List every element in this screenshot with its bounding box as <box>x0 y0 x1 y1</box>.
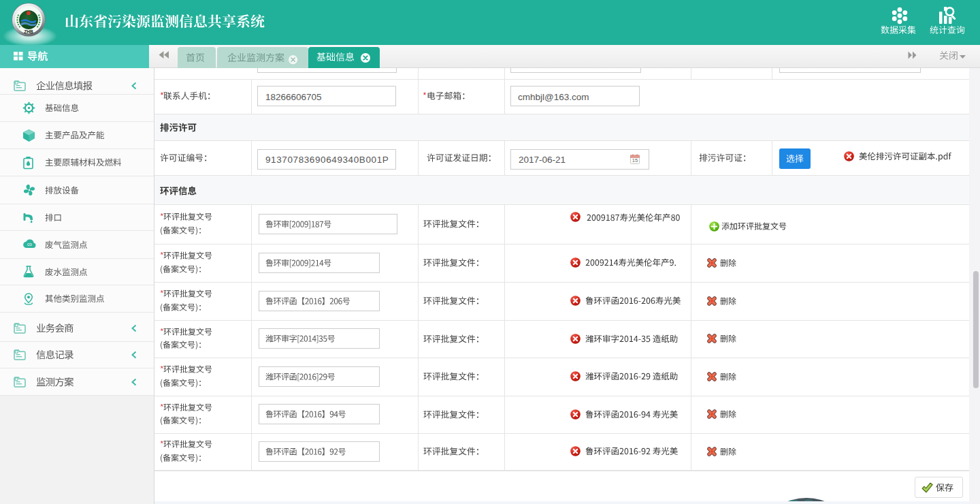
svg-text:ZHB: ZHB <box>24 29 33 34</box>
svg-text:co: co <box>27 242 32 247</box>
svg-text:15: 15 <box>632 157 637 163</box>
